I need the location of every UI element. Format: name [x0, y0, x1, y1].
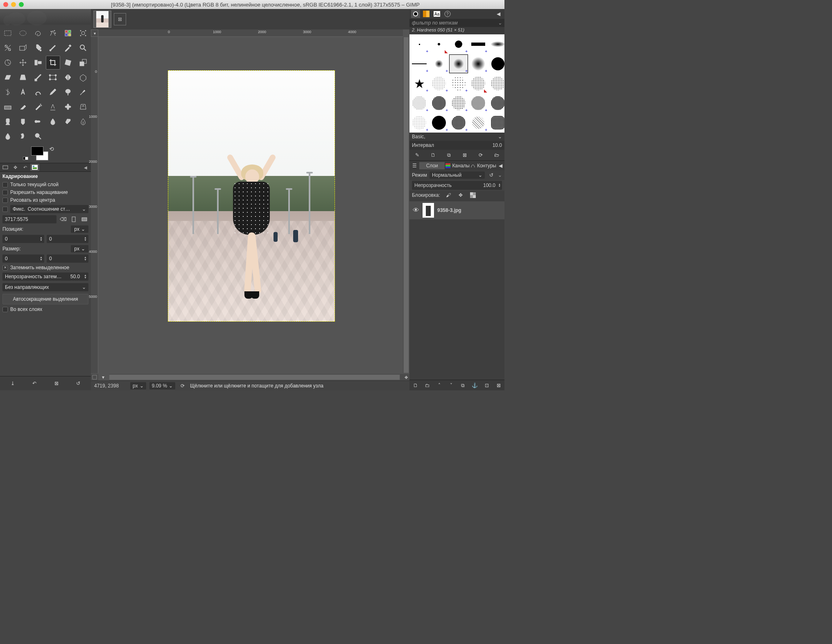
tab-history[interactable]: ↶	[20, 164, 29, 171]
eraser-tool[interactable]	[16, 100, 30, 114]
scale-tool[interactable]	[76, 56, 90, 70]
save-preset-icon[interactable]: ⤓	[8, 379, 17, 388]
brush-item[interactable]: ★+	[409, 74, 429, 93]
lock-pixels-icon[interactable]: 🖌	[444, 191, 452, 199]
cage-tool[interactable]	[76, 70, 90, 84]
blur-tool[interactable]	[46, 115, 60, 128]
measure-tool[interactable]	[1, 56, 15, 70]
brush-item[interactable]: +	[449, 34, 468, 54]
foreground-select-tool[interactable]	[1, 41, 15, 55]
align-tool[interactable]	[31, 56, 45, 70]
tab-tool-options[interactable]	[30, 164, 39, 171]
brush-item[interactable]: +	[488, 34, 504, 54]
maximize-window-button[interactable]	[19, 2, 24, 7]
navigation-icon[interactable]: ✥	[403, 374, 409, 381]
brush-item[interactable]: +	[468, 54, 488, 74]
perspective-clone-tool[interactable]	[76, 100, 90, 114]
refresh-brush-icon[interactable]: ⟳	[477, 151, 485, 159]
brush-item[interactable]: +	[449, 93, 468, 113]
restore-preset-icon[interactable]: ↶	[30, 379, 39, 388]
all-layers-checkbox[interactable]	[2, 307, 8, 312]
swap-colors-icon[interactable]: ⟲	[49, 146, 54, 152]
ruler-origin-icon[interactable]: ▾	[91, 29, 98, 37]
autoshrink-button[interactable]: Автосокращение выделения	[2, 294, 88, 304]
tab-patterns[interactable]	[422, 10, 431, 18]
iscissors-tool[interactable]	[76, 26, 90, 40]
lower-layer-icon[interactable]: ˅	[447, 381, 455, 390]
merge-down-icon[interactable]: ⚓	[471, 381, 479, 390]
default-colors-icon[interactable]	[23, 155, 28, 161]
by-color-select-tool[interactable]	[61, 26, 75, 40]
guides-dropdown[interactable]: Без направляющих ⌄	[2, 283, 88, 291]
from-center-checkbox[interactable]	[2, 198, 8, 203]
zoom-tool[interactable]	[76, 41, 90, 55]
flip-tool[interactable]	[61, 70, 75, 84]
lock-position-icon[interactable]: ✥	[457, 191, 465, 199]
mask-layer-icon[interactable]: ⊡	[483, 381, 491, 390]
fixed-dropdown[interactable]: Фикс. Соотношение ст… ⌄	[10, 205, 88, 213]
brush-item[interactable]: +	[468, 93, 488, 113]
desaturate-tool[interactable]	[61, 115, 75, 128]
delete-brush-icon[interactable]: ⊠	[461, 151, 469, 159]
tab-paths[interactable]: Контуры	[470, 162, 496, 169]
chevron-down-icon[interactable]: ⌄	[498, 172, 502, 178]
vertical-scrollbar[interactable]	[403, 37, 409, 373]
brush-item[interactable]: +	[449, 113, 468, 133]
perspective-tool[interactable]	[16, 70, 30, 84]
fg-color-swatch[interactable]	[31, 146, 43, 155]
layer-item[interactable]: 👁 9358-3.jpg	[409, 201, 504, 219]
rect-select-tool[interactable]	[1, 26, 15, 40]
mypaint-tool[interactable]	[61, 85, 75, 99]
portrait-icon[interactable]	[70, 215, 78, 223]
clone-tool[interactable]	[46, 100, 60, 114]
rotate-view-icon[interactable]: ⟳	[179, 382, 187, 390]
shear-tool[interactable]	[1, 70, 15, 84]
rotate-tool[interactable]	[61, 56, 75, 70]
smudge-tool[interactable]	[16, 115, 30, 128]
brush-item[interactable]: ◣	[468, 74, 488, 93]
new-brush-icon[interactable]: 🗋	[429, 151, 437, 159]
open-brush-folder-icon[interactable]: 🗁	[493, 151, 501, 159]
color-picker-tool[interactable]	[61, 41, 75, 55]
edit-brush-icon[interactable]: ✎	[413, 151, 421, 159]
brush-item[interactable]: ◣	[429, 34, 449, 54]
tab-pointer[interactable]: ✥	[11, 164, 20, 171]
ruler-vertical[interactable]: 0 1000 2000 3000 4000 5000	[91, 37, 98, 373]
pencil-tool[interactable]	[46, 85, 60, 99]
dock-menu-icon[interactable]: ◀	[496, 162, 504, 170]
canvas-menu-icon[interactable]: ▾	[99, 374, 107, 381]
tab-help[interactable]: ?	[443, 10, 452, 18]
close-window-button[interactable]	[3, 2, 8, 7]
dock-menu-icon[interactable]: ◀	[494, 10, 503, 18]
duplicate-layer-icon[interactable]: ⧉	[459, 381, 467, 390]
dodge-tool[interactable]	[31, 129, 45, 143]
reset-preset-icon[interactable]: ↺	[74, 379, 83, 388]
heal-tool[interactable]	[61, 100, 75, 114]
brush-item[interactable]: +	[449, 74, 468, 93]
allow-growing-checkbox[interactable]	[2, 190, 8, 195]
paintbrush-tool[interactable]	[1, 100, 15, 114]
dock-menu-icon[interactable]: ◀	[81, 164, 90, 171]
lock-alpha-icon[interactable]	[469, 191, 477, 199]
brush-item[interactable]: +	[488, 74, 504, 93]
text-tool[interactable]	[16, 85, 30, 99]
brush-item[interactable]: +	[409, 93, 429, 113]
current-layer-checkbox[interactable]	[2, 182, 8, 187]
image-tab[interactable]	[93, 11, 111, 28]
quick-mask-icon[interactable]	[91, 374, 98, 381]
darken-opacity-slider[interactable]: Непрозрачность затем… 50.0 ▲▼	[2, 272, 88, 281]
position-x-input[interactable]: 0▲▼	[2, 235, 44, 243]
unit-dropdown[interactable]: px⌄	[130, 382, 146, 390]
visibility-icon[interactable]: 👁	[413, 207, 419, 214]
ruler-horizontal[interactable]: 0 1000 2000 3000 4000	[98, 29, 403, 37]
brush-category-dropdown[interactable]: Basic,⌄	[409, 133, 504, 141]
canvas[interactable]	[98, 37, 403, 373]
gradient-tool[interactable]	[46, 41, 60, 55]
clear-ratio-icon[interactable]: ⌫	[59, 215, 67, 223]
position-unit-dropdown[interactable]: px⌄	[71, 225, 88, 233]
layer-opacity-slider[interactable]: Непрозрачность 100.0 ▲▼	[412, 181, 502, 190]
brush-item[interactable]: +	[429, 54, 449, 74]
brush-item[interactable]: +	[429, 74, 449, 93]
brush-interval-slider[interactable]: Интервал 10.0	[409, 141, 504, 150]
move-tool[interactable]	[16, 56, 30, 70]
